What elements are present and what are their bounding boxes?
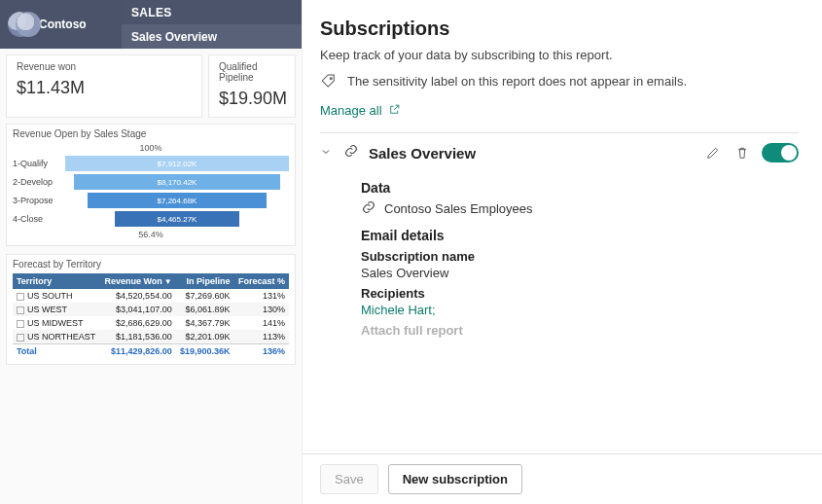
panel-revenue-by-stage[interactable]: Revenue Open by Sales Stage 100% 1-Quali… (6, 124, 296, 246)
delete-button[interactable] (733, 143, 752, 162)
card-value: $11.43M (17, 78, 192, 98)
brand-name: Contoso (39, 18, 87, 31)
panel-forecast-territory[interactable]: Forecast by Territory Territory Revenue … (6, 254, 296, 365)
table-row[interactable]: US NORTHEAST$1,181,536.00$2,201.09K113% (13, 330, 289, 344)
bar: $7,912.02K (65, 156, 289, 171)
card-qualified-pipeline[interactable]: Qualified Pipeline $19.90M (208, 54, 296, 118)
open-external-icon (388, 103, 401, 119)
bar-label: 4-Close (13, 214, 65, 224)
bar-row[interactable]: 1-Qualify $7,912.02K (13, 156, 289, 171)
recipients-label: Recipients (361, 286, 799, 301)
bar: $4,465.27K (115, 211, 240, 227)
col-revenue-won[interactable]: Revenue Won▼ (100, 273, 176, 289)
divider (320, 132, 799, 133)
card-value: $19.90M (219, 89, 285, 109)
expand-icon[interactable] (17, 320, 24, 328)
col-in-pipeline[interactable]: In Pipeline (176, 273, 234, 289)
funnel-bottom-pct: 56.4% (13, 230, 289, 239)
manage-all-link[interactable]: Manage all (320, 103, 401, 119)
table-total-row: Total$11,429,826.00$19,900.36K136% (13, 344, 289, 359)
section-email-heading: Email details (361, 228, 799, 243)
top-nav: Contoso SALES Sales Overview (0, 0, 302, 49)
link-icon (361, 199, 376, 218)
card-label: Qualified Pipeline (219, 61, 285, 83)
bar-label: 2-Develop (13, 177, 65, 187)
table-row[interactable]: US WEST$3,041,107.00$6,061.89K130% (13, 303, 289, 316)
sensitivity-note: The sensitivity label on this report doe… (347, 74, 687, 89)
col-territory[interactable]: Territory (13, 273, 100, 289)
bar-row[interactable]: 4-Close $4,465.27K (13, 211, 289, 227)
panel-title: Revenue Open by Sales Stage (13, 128, 289, 139)
subscription-name-value: Sales Overview (361, 266, 799, 280)
card-label: Revenue won (17, 61, 192, 72)
svg-point-0 (330, 78, 332, 80)
tag-icon (320, 72, 338, 90)
col-forecast-pct[interactable]: Forecast % (234, 273, 289, 289)
expand-toggle[interactable] (320, 144, 334, 162)
report-canvas: Contoso SALES Sales Overview Revenue won… (0, 0, 302, 504)
subscription-name-label: Subscription name (361, 249, 799, 264)
card-revenue-won[interactable]: Revenue won $11.43M (6, 54, 202, 118)
funnel-top-pct: 100% (13, 143, 289, 153)
table-row[interactable]: US MIDWEST$2,686,629.00$4,367.79K141% (13, 316, 289, 330)
bar-row[interactable]: 2-Develop $8,170.42K (13, 174, 289, 190)
panel-heading: Subscriptions (320, 18, 799, 40)
link-icon (343, 143, 359, 162)
table-row[interactable]: US SOUTH$4,520,554.00$7,269.60K131% (13, 289, 289, 303)
expand-icon[interactable] (17, 293, 24, 301)
bar-row[interactable]: 3-Propose $7,264.68K (13, 193, 289, 208)
expand-icon[interactable] (17, 306, 24, 314)
nav-page[interactable]: Sales Overview (122, 24, 302, 49)
panel-footer: Save New subscription (303, 453, 822, 504)
bar-label: 3-Propose (13, 196, 65, 205)
section-data-heading: Data (361, 180, 799, 196)
panel-description: Keep track of your data by subscribing t… (320, 48, 799, 62)
bar: $7,264.68K (88, 193, 267, 208)
enabled-toggle[interactable] (762, 143, 799, 162)
attach-label-cutoff: Attach full report (361, 323, 799, 338)
subscriptions-panel: Subscriptions Keep track of your data by… (302, 0, 822, 504)
territory-table: Territory Revenue Won▼ In Pipeline Forec… (13, 273, 289, 358)
panel-title: Forecast by Territory (13, 259, 289, 270)
nav-section[interactable]: SALES (122, 0, 302, 24)
bar: $8,170.42K (74, 174, 280, 190)
sort-desc-icon: ▼ (164, 277, 172, 286)
edit-button[interactable] (703, 143, 723, 162)
save-button: Save (320, 464, 378, 494)
bar-label: 1-Qualify (13, 159, 65, 168)
powerbi-logo-icon (8, 12, 33, 37)
new-subscription-button[interactable]: New subscription (388, 464, 522, 494)
data-audience: Contoso Sales Employees (384, 201, 532, 216)
brand-block[interactable]: Contoso (0, 0, 122, 49)
expand-icon[interactable] (17, 334, 24, 342)
subscription-title: Sales Overview (369, 145, 694, 162)
recipients-value[interactable]: Michele Hart; (361, 303, 799, 317)
